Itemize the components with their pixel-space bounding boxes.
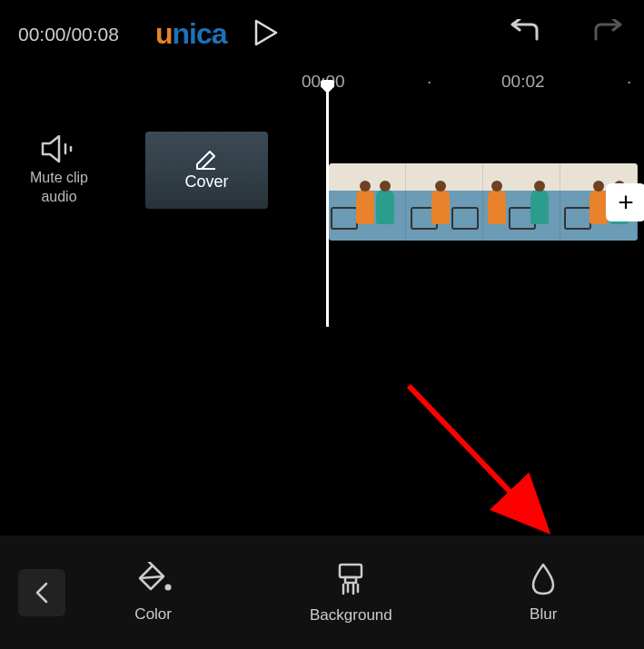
timeline-tick: · bbox=[627, 72, 631, 92]
brush-icon bbox=[332, 561, 369, 597]
undo-button[interactable] bbox=[507, 19, 541, 50]
color-label: Color bbox=[134, 605, 172, 624]
mute-clip-label: Mute clip audio bbox=[30, 169, 88, 207]
logo-a: a bbox=[212, 17, 227, 50]
svg-rect-8 bbox=[340, 565, 362, 577]
back-button[interactable] bbox=[18, 569, 65, 616]
svg-line-6 bbox=[147, 562, 153, 565]
cover-label: Cover bbox=[184, 172, 228, 192]
timeline-area[interactable]: Mute clip audio Cover bbox=[0, 127, 644, 445]
blur-label: Blur bbox=[530, 605, 557, 624]
mute-icon bbox=[41, 134, 77, 163]
video-clip[interactable] bbox=[329, 163, 638, 241]
background-label: Background bbox=[310, 606, 392, 624]
timeline-mark-1: 00:02 bbox=[501, 72, 545, 92]
logo-i: i bbox=[189, 17, 196, 50]
background-tool[interactable]: Background bbox=[310, 561, 392, 624]
svg-rect-9 bbox=[345, 577, 356, 583]
playhead[interactable] bbox=[326, 82, 329, 327]
svg-line-5 bbox=[140, 576, 163, 578]
add-clip-button[interactable]: + bbox=[606, 183, 644, 221]
play-button[interactable] bbox=[254, 19, 278, 50]
top-bar: 00:00/00:08 unica bbox=[0, 0, 644, 68]
cover-clip[interactable]: Cover bbox=[145, 132, 268, 209]
logo: unica bbox=[155, 17, 227, 51]
paint-bucket-icon bbox=[134, 562, 173, 596]
svg-point-7 bbox=[164, 584, 171, 590]
logo-u: u bbox=[155, 17, 173, 50]
water-drop-icon bbox=[530, 562, 557, 596]
mute-clip-audio-button[interactable]: Mute clip audio bbox=[0, 134, 118, 207]
color-tool[interactable]: Color bbox=[134, 562, 173, 624]
blur-tool[interactable]: Blur bbox=[530, 562, 557, 624]
logo-c: c bbox=[196, 17, 212, 50]
timecode: 00:00/00:08 bbox=[18, 24, 119, 45]
logo-n: n bbox=[172, 17, 189, 50]
bottom-toolbar: Color Background Blur bbox=[0, 536, 644, 649]
edit-icon bbox=[195, 149, 217, 171]
chevron-left-icon bbox=[35, 581, 49, 605]
redo-button[interactable] bbox=[591, 19, 626, 50]
timeline-tick: · bbox=[427, 72, 431, 92]
